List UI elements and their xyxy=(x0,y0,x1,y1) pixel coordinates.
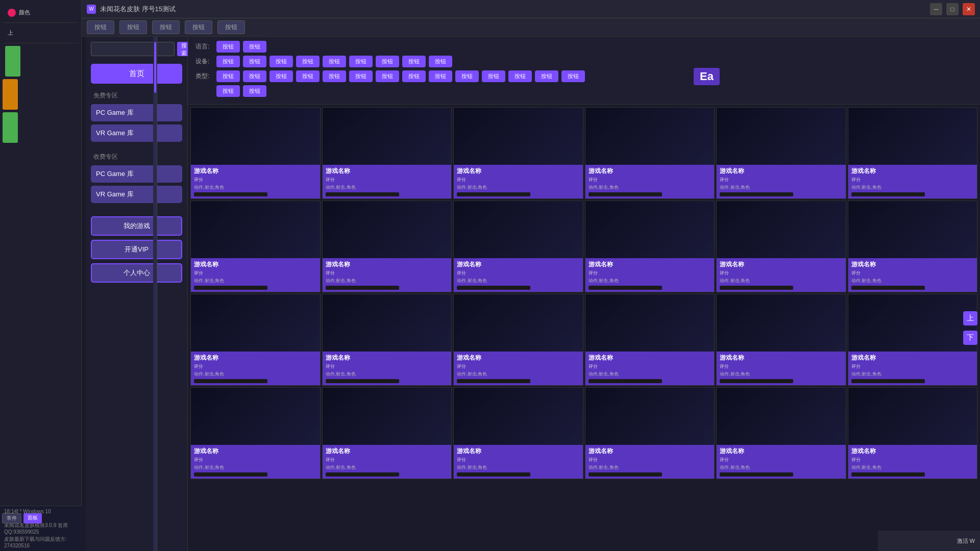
game-card[interactable]: 游戏名称 评分 动作,射击,角色 xyxy=(585,107,715,199)
game-thumbnail xyxy=(848,294,977,352)
game-info: 游戏名称 评分 动作,射击,角色 xyxy=(191,258,320,292)
lang-btn-1[interactable]: 按钮 xyxy=(216,41,240,53)
game-rating: 评分 xyxy=(851,270,974,277)
search-input[interactable] xyxy=(91,42,175,56)
lang-btn-2[interactable]: 按钮 xyxy=(243,41,266,53)
taskbar-area: 激活 W xyxy=(878,531,980,551)
game-card[interactable]: 游戏名称 评分 动作,射击,角色 xyxy=(453,107,583,199)
dev-btn-9[interactable]: 按钮 xyxy=(429,56,452,67)
game-card[interactable]: 游戏名称 评分 动作,射击,角色 xyxy=(190,201,321,292)
toolbar-btn-3[interactable]: 按钮 xyxy=(152,20,180,34)
game-card[interactable]: 游戏名称 评分 动作,射击,角色 xyxy=(585,294,715,386)
game-card[interactable]: 游戏名称 评分 动作,射击,角色 xyxy=(190,294,321,386)
bottom-nav: 我的游戏 开通VIP 个人中心 xyxy=(91,216,182,287)
game-card[interactable]: 游戏名称 评分 动作,射击,角色 xyxy=(322,294,452,386)
tab-2[interactable]: 面板 xyxy=(23,513,42,523)
type-btn-9[interactable]: 按钮 xyxy=(429,70,452,82)
paid-vr-button[interactable]: VR Game 库 xyxy=(91,186,182,203)
paid-pc-button[interactable]: PC Game 库 xyxy=(91,165,182,183)
type-btn-4[interactable]: 按钮 xyxy=(296,70,320,82)
dev-btn-2[interactable]: 按钮 xyxy=(243,56,266,67)
game-tags: 动作,射击,角色 xyxy=(326,464,449,471)
type-btn-15[interactable]: 按钮 xyxy=(216,85,240,97)
type-btn-11[interactable]: 按钮 xyxy=(482,70,505,82)
game-card[interactable]: 游戏名称 评分 动作,射击,角色 xyxy=(716,107,846,199)
scroll-up-button[interactable]: 上 xyxy=(963,311,977,325)
dev-btn-4[interactable]: 按钮 xyxy=(296,56,320,67)
game-card[interactable]: 游戏名称 评分 动作,射击,角色 xyxy=(453,294,583,386)
window-controls: ─ □ ✕ xyxy=(930,3,975,15)
dev-btn-5[interactable]: 按钮 xyxy=(323,56,346,67)
type-btn-2[interactable]: 按钮 xyxy=(243,70,266,82)
type-btn-3[interactable]: 按钮 xyxy=(270,70,293,82)
dev-btn-1[interactable]: 按钮 xyxy=(216,56,240,67)
game-rating: 评分 xyxy=(851,457,974,463)
status-line4: 皮肤最新下载与问题反馈方: 274320516 xyxy=(4,536,78,548)
vip-button[interactable]: 开通VIP xyxy=(91,240,182,259)
scroll-down-button[interactable]: 下 xyxy=(963,331,977,345)
game-score-bar xyxy=(720,379,793,383)
game-card[interactable]: 游戏名称 评分 动作,射击,角色 xyxy=(716,387,846,479)
free-vr-button[interactable]: VR Game 库 xyxy=(91,124,182,142)
game-card[interactable]: 游戏名称 评分 动作,射击,角色 xyxy=(848,107,978,199)
game-card[interactable]: 游戏名称 评分 动作,射击,角色 xyxy=(848,294,978,386)
game-tags: 动作,射击,角色 xyxy=(851,371,974,378)
game-card[interactable]: 游戏名称 评分 动作,射击,角色 xyxy=(453,387,583,479)
home-button[interactable]: 首页 xyxy=(91,64,182,84)
type-btn-8[interactable]: 按钮 xyxy=(402,70,426,82)
my-games-button[interactable]: 我的游戏 xyxy=(91,216,182,236)
game-card[interactable]: 游戏名称 评分 动作,射击,角色 xyxy=(190,107,321,199)
game-info: 游戏名称 评分 动作,射击,角色 xyxy=(191,352,320,385)
game-rating: 评分 xyxy=(720,457,843,463)
game-score-bar xyxy=(589,192,662,196)
dev-btn-6[interactable]: 按钮 xyxy=(349,56,373,67)
game-info: 游戏名称 评分 动作,射击,角色 xyxy=(191,445,320,479)
type-btn-1[interactable]: 按钮 xyxy=(216,70,240,82)
close-button[interactable]: ✕ xyxy=(963,3,975,15)
game-tags: 动作,射击,角色 xyxy=(720,464,843,471)
game-score-bar xyxy=(720,472,793,477)
game-card[interactable]: 游戏名称 评分 动作,射击,角色 xyxy=(190,387,321,479)
profile-button[interactable]: 个人中心 xyxy=(91,263,182,283)
dev-btn-8[interactable]: 按钮 xyxy=(402,56,426,67)
type-filter-row-1: 类型: 按钮 按钮 按钮 按钮 按钮 按钮 按钮 按钮 按钮 按钮 按钮 按钮 … xyxy=(195,70,972,82)
game-score-bar xyxy=(326,192,399,196)
type-btn-12[interactable]: 按钮 xyxy=(508,70,532,82)
game-score-bar xyxy=(589,286,662,290)
toolbar-btn-4[interactable]: 按钮 xyxy=(185,20,212,34)
free-pc-button[interactable]: PC Game 库 xyxy=(91,104,182,121)
game-card[interactable]: 游戏名称 评分 动作,射击,角色 xyxy=(848,201,978,292)
dev-btn-3[interactable]: 按钮 xyxy=(270,56,293,67)
game-title: 游戏名称 xyxy=(194,260,317,269)
type-btn-14[interactable]: 按钮 xyxy=(561,70,585,82)
tab-1[interactable]: 常件 xyxy=(2,513,21,523)
dev-btn-7[interactable]: 按钮 xyxy=(376,56,399,67)
game-card[interactable]: 游戏名称 评分 动作,射击,角色 xyxy=(322,201,452,292)
game-card[interactable]: 游戏名称 评分 动作,射击,角色 xyxy=(848,387,978,479)
game-card[interactable]: 游戏名称 评分 动作,射击,角色 xyxy=(453,201,583,292)
game-card[interactable]: 游戏名称 评分 动作,射击,角色 xyxy=(585,387,715,479)
game-rating: 评分 xyxy=(457,177,580,183)
game-thumbnail xyxy=(323,201,452,258)
toolbar-btn-2[interactable]: 按钮 xyxy=(119,20,147,34)
toolbar-btn-1[interactable]: 按钮 xyxy=(87,20,114,34)
type-btn-13[interactable]: 按钮 xyxy=(535,70,558,82)
game-card[interactable]: 游戏名称 评分 动作,射击,角色 xyxy=(716,294,846,386)
type-btn-6[interactable]: 按钮 xyxy=(349,70,373,82)
toolbar-btn-5[interactable]: 按钮 xyxy=(217,20,245,34)
game-tags: 动作,射击,角色 xyxy=(851,184,974,191)
game-card[interactable]: 游戏名称 评分 动作,射击,角色 xyxy=(322,387,452,479)
game-title: 游戏名称 xyxy=(851,354,974,362)
type-btn-5[interactable]: 按钮 xyxy=(323,70,346,82)
game-rating: 评分 xyxy=(194,457,317,463)
game-rating: 评分 xyxy=(326,270,449,277)
game-card[interactable]: 游戏名称 评分 动作,射击,角色 xyxy=(322,107,452,199)
type-btn-10[interactable]: 按钮 xyxy=(455,70,479,82)
game-card[interactable]: 游戏名称 评分 动作,射击,角色 xyxy=(585,201,715,292)
maximize-button[interactable]: □ xyxy=(946,3,959,15)
minimize-button[interactable]: ─ xyxy=(930,3,942,15)
game-card[interactable]: 游戏名称 评分 动作,射击,角色 xyxy=(716,201,846,292)
type-btn-16[interactable]: 按钮 xyxy=(243,85,266,97)
type-btn-7[interactable]: 按钮 xyxy=(376,70,399,82)
game-info: 游戏名称 评分 动作,射击,角色 xyxy=(717,258,846,292)
